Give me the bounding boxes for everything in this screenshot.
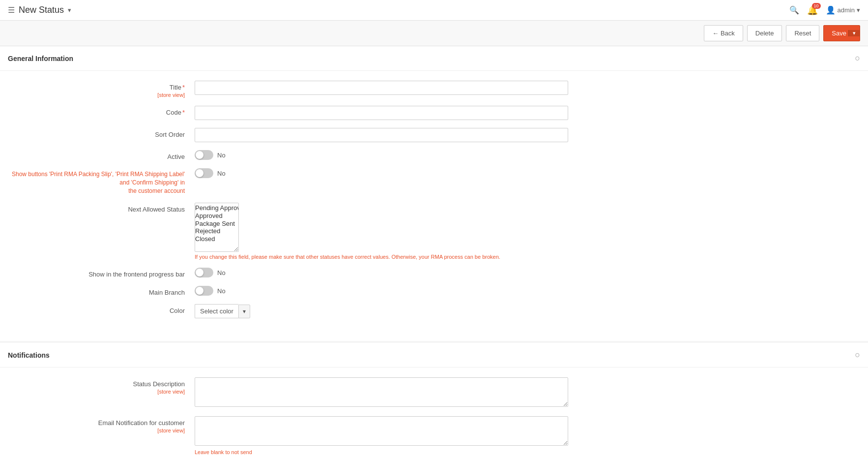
next-allowed-status-label: Next Allowed Status bbox=[8, 203, 195, 213]
general-section-toggle-icon: ○ bbox=[855, 53, 860, 63]
status-description-textarea[interactable] bbox=[195, 377, 568, 407]
title-label: Title* [store view] bbox=[8, 81, 195, 98]
title-input[interactable] bbox=[195, 81, 568, 95]
frontend-progress-toggle-track bbox=[195, 268, 213, 277]
show-buttons-toggle-track bbox=[195, 168, 213, 178]
color-field-wrap: Select color ▾ bbox=[195, 304, 568, 318]
email-customer-textarea[interactable] bbox=[195, 416, 568, 446]
color-select-button[interactable]: Select color bbox=[195, 304, 238, 318]
show-buttons-toggle-wrap: No bbox=[195, 168, 568, 178]
main-branch-toggle-thumb bbox=[196, 287, 203, 295]
email-customer-label: Email Notification for customer [store v… bbox=[8, 416, 195, 433]
main-branch-toggle-wrap: No bbox=[195, 286, 568, 296]
color-field-row: Color Select color ▾ bbox=[0, 304, 868, 318]
title-required-marker: * bbox=[182, 84, 185, 91]
sort-order-field-row: Sort Order bbox=[0, 128, 868, 142]
code-field-wrap bbox=[195, 106, 568, 120]
save-dropdown-button[interactable]: ▾ bbox=[848, 30, 860, 36]
main-header: ☰ New Status ▾ 🔍 🔔 10 👤 admin ▾ bbox=[0, 0, 868, 21]
hamburger-icon[interactable]: ☰ bbox=[8, 5, 15, 15]
listbox-item-closed[interactable]: Closed bbox=[195, 235, 238, 243]
main-branch-toggle[interactable] bbox=[195, 286, 213, 296]
main-branch-toggle-track bbox=[195, 286, 213, 296]
color-label: Color bbox=[8, 304, 195, 314]
active-field-row: Active No bbox=[0, 150, 868, 160]
show-buttons-toggle-label: No bbox=[217, 170, 226, 177]
code-input[interactable] bbox=[195, 106, 568, 120]
frontend-progress-toggle-thumb bbox=[196, 269, 203, 276]
frontend-progress-toggle[interactable] bbox=[195, 268, 213, 277]
general-section-header[interactable]: General Information ○ bbox=[0, 46, 868, 71]
main-branch-toggle-label: No bbox=[217, 287, 226, 295]
active-toggle[interactable] bbox=[195, 150, 213, 160]
notification-count: 10 bbox=[812, 3, 821, 9]
show-buttons-toggle[interactable] bbox=[195, 168, 213, 178]
listbox-item-rejected[interactable]: Rejected bbox=[195, 227, 238, 235]
title-dropdown-arrow[interactable]: ▾ bbox=[68, 6, 71, 14]
active-toggle-thumb bbox=[196, 151, 203, 159]
main-branch-field-row: Main Branch No bbox=[0, 286, 868, 296]
sort-order-field-wrap bbox=[195, 128, 568, 142]
notifications-section: Notifications ○ Status Description [stor… bbox=[0, 343, 868, 460]
active-label: Active bbox=[8, 150, 195, 160]
active-toggle-track bbox=[195, 150, 213, 160]
back-button[interactable]: ← Back bbox=[704, 25, 743, 41]
user-menu[interactable]: 👤 admin ▾ bbox=[826, 5, 860, 15]
email-customer-sublabel: [store view] bbox=[8, 428, 185, 433]
listbox-item-pending-approval[interactable]: Pending Approval bbox=[195, 204, 238, 212]
status-description-label: Status Description [store view] bbox=[8, 377, 195, 395]
user-icon: 👤 bbox=[826, 5, 836, 15]
active-toggle-wrap: No bbox=[195, 150, 568, 160]
frontend-progress-toggle-wrap: No bbox=[195, 268, 568, 277]
user-dropdown-arrow: ▾ bbox=[857, 6, 860, 14]
general-section-body: Title* [store view] Code* Sort O bbox=[0, 71, 868, 341]
next-allowed-status-field-row: Next Allowed Status Pending Approval App… bbox=[0, 203, 868, 260]
delete-button[interactable]: Delete bbox=[747, 25, 782, 41]
email-customer-field-row: Email Notification for customer [store v… bbox=[0, 416, 868, 455]
active-toggle-label: No bbox=[217, 152, 226, 159]
status-description-field-wrap bbox=[195, 377, 568, 408]
notifications-section-header[interactable]: Notifications ○ bbox=[0, 343, 868, 368]
show-buttons-toggle-thumb bbox=[196, 169, 203, 177]
notification-bell[interactable]: 🔔 10 bbox=[807, 5, 818, 16]
email-customer-field-wrap: Leave blank to not send bbox=[195, 416, 568, 455]
title-field-wrap bbox=[195, 81, 568, 95]
title-field-row: Title* [store view] bbox=[0, 81, 868, 98]
frontend-progress-label: Show in the frontend progress bar bbox=[8, 268, 195, 278]
header-right: 🔍 🔔 10 👤 admin ▾ bbox=[789, 5, 860, 16]
color-select-wrap: Select color ▾ bbox=[195, 304, 568, 318]
show-buttons-label: Show buttons 'Print RMA Packing Slip', '… bbox=[8, 168, 195, 195]
next-allowed-status-listbox[interactable]: Pending Approval Approved Package Sent R… bbox=[195, 203, 239, 252]
code-label: Code* bbox=[8, 106, 195, 116]
next-allowed-status-field-wrap: Pending Approval Approved Package Sent R… bbox=[195, 203, 568, 260]
frontend-progress-field-row: Show in the frontend progress bar No bbox=[0, 268, 868, 278]
title-sublabel: [store view] bbox=[8, 92, 185, 98]
main-branch-label: Main Branch bbox=[8, 286, 195, 296]
sort-order-label: Sort Order bbox=[8, 128, 195, 138]
notifications-section-body: Status Description [store view] Email No… bbox=[0, 368, 868, 460]
reset-button[interactable]: Reset bbox=[786, 25, 819, 41]
notifications-section-toggle-icon: ○ bbox=[855, 350, 860, 360]
email-customer-hint: Leave blank to not send bbox=[195, 449, 568, 455]
status-description-field-row: Status Description [store view] bbox=[0, 377, 868, 408]
listbox-item-package-sent[interactable]: Package Sent bbox=[195, 220, 238, 228]
notifications-section-title: Notifications bbox=[8, 351, 50, 359]
next-allowed-hint: If you change this field, please make su… bbox=[195, 254, 568, 260]
code-field-row: Code* bbox=[0, 106, 868, 120]
page-title: New Status bbox=[19, 5, 64, 15]
save-button[interactable]: Save bbox=[832, 30, 848, 37]
action-bar: ← Back Delete Reset Save ▾ bbox=[0, 21, 868, 46]
code-required-marker: * bbox=[182, 109, 185, 116]
header-left: ☰ New Status ▾ bbox=[8, 5, 71, 15]
user-name: admin bbox=[838, 6, 855, 14]
main-branch-field-wrap: No bbox=[195, 286, 568, 296]
main-content: General Information ○ Title* [store view… bbox=[0, 46, 868, 460]
listbox-item-approved[interactable]: Approved bbox=[195, 212, 238, 220]
frontend-progress-toggle-label: No bbox=[217, 269, 226, 276]
sort-order-input[interactable] bbox=[195, 128, 568, 142]
save-button-group: Save ▾ bbox=[823, 25, 860, 41]
color-select-dropdown-button[interactable]: ▾ bbox=[238, 305, 250, 318]
search-icon[interactable]: 🔍 bbox=[789, 5, 799, 15]
status-description-sublabel: [store view] bbox=[8, 389, 185, 395]
active-field-wrap: No bbox=[195, 150, 568, 160]
